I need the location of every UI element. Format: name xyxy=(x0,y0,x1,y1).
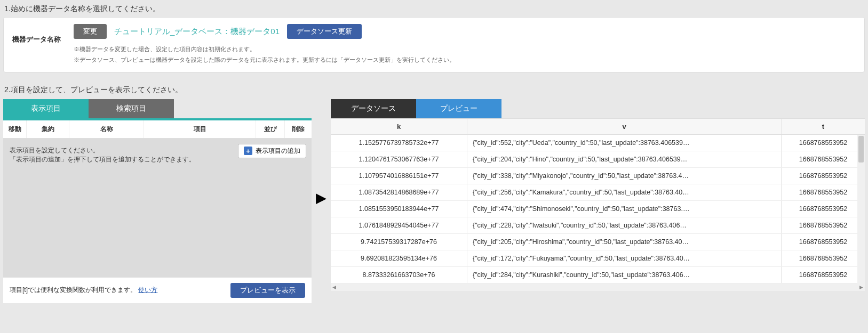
left-footer: 項目[t]では便利な変換関数が利用できます。 使い方 プレビューを表示 xyxy=(3,277,312,303)
col-k: k xyxy=(331,119,467,134)
col-sort: 並び xyxy=(256,120,285,138)
plus-icon: + xyxy=(244,147,252,155)
table-row[interactable]: 9.742157539317287e+76{"city_id":205,"cit… xyxy=(331,234,865,250)
col-item: 項目 xyxy=(144,120,256,138)
cell-k: 9.692081823595134e+76 xyxy=(331,250,467,266)
cell-k: 1.0873542814868689e+77 xyxy=(331,184,467,200)
scroll-right-icon[interactable]: ▶ xyxy=(859,285,863,290)
cell-k: 8.87333261663703e+76 xyxy=(331,267,467,283)
tab-datasource[interactable]: データソース xyxy=(331,99,416,118)
note-line-2: ※データソース、プレビューは機器データを設定した際のデータを元に表示されます。更… xyxy=(74,55,856,66)
cell-v: {"city_id":474,"city":"Shimonoseki","cou… xyxy=(467,201,782,217)
left-panel: 表示項目 検索項目 移動 集約 名称 項目 並び 削除 表示項目を設定してくださ… xyxy=(3,99,312,303)
horizontal-scrollbar[interactable]: ◀ ▶ xyxy=(331,283,865,291)
cell-t: 1668768553952 xyxy=(782,201,865,217)
table-row[interactable]: 1.1079574016886151e+77{"city_id":338,"ci… xyxy=(331,168,865,184)
table-row[interactable]: 1.1525776739785732e+77{"city_id":552,"ci… xyxy=(331,135,865,151)
cell-k: 1.1204761753067763e+77 xyxy=(331,151,467,167)
cell-k: 1.1525776739785732e+77 xyxy=(331,135,467,151)
col-name: 名称 xyxy=(69,120,144,138)
datasource-name: チュートリアル_データベース：機器データ01 xyxy=(114,27,280,37)
table-row[interactable]: 1.1204761753067763e+77{"city_id":204,"ci… xyxy=(331,151,865,168)
cell-t: 1668768553952 xyxy=(782,217,865,233)
cell-t: 1668768553952 xyxy=(782,135,865,151)
step2-title: 2.項目を設定して、プレビューを表示してください。 xyxy=(4,85,865,95)
cell-v: {"city_id":205,"city":"Hiroshima","count… xyxy=(467,234,782,250)
tab-display-items[interactable]: 表示項目 xyxy=(3,99,89,118)
table-row[interactable]: 1.0761848929454045e+77{"city_id":228,"ci… xyxy=(331,217,865,234)
col-move: 移動 xyxy=(3,120,27,138)
data-grid-body: 1.1525776739785732e+77{"city_id":552,"ci… xyxy=(331,135,865,283)
cell-v: {"city_id":204,"city":"Hino","country_id… xyxy=(467,151,782,167)
add-display-item-label: 表示項目の追加 xyxy=(256,147,300,156)
table-row[interactable]: 9.692081823595134e+76{"city_id":172,"cit… xyxy=(331,250,865,267)
cell-v: {"city_id":284,"city":"Kurashiki","count… xyxy=(467,267,782,283)
table-row[interactable]: 1.0851553950183944e+77{"city_id":474,"ci… xyxy=(331,201,865,217)
table-row[interactable]: 1.0873542814868689e+77{"city_id":256,"ci… xyxy=(331,184,865,201)
footer-text: 項目[t]では便利な変換関数が利用できます。 xyxy=(10,286,137,294)
cell-v: {"city_id":256,"city":"Kamakura","countr… xyxy=(467,184,782,200)
col-v: v xyxy=(467,119,782,134)
device-data-label: 機器データ名称 xyxy=(12,24,61,44)
col-del: 削除 xyxy=(285,120,312,138)
cell-k: 1.1079574016886151e+77 xyxy=(331,168,467,184)
tab-preview[interactable]: プレビュー xyxy=(416,99,501,118)
cell-t: 1668768553952 xyxy=(782,250,865,266)
table-row[interactable]: 8.87333261663703e+76{"city_id":284,"city… xyxy=(331,267,865,283)
col-t: t xyxy=(782,119,865,134)
tab-search-items[interactable]: 検索項目 xyxy=(89,99,174,118)
cell-t: 1668768553952 xyxy=(782,234,865,250)
cell-t: 1668768553952 xyxy=(782,184,865,200)
cell-v: {"city_id":338,"city":"Miyakonojo","coun… xyxy=(467,168,782,184)
cell-t: 1668768553952 xyxy=(782,267,865,283)
cell-t: 1668768553952 xyxy=(782,151,865,167)
right-panel: データソース プレビュー k v t 1.1525776739785732e+7… xyxy=(331,99,865,291)
cell-v: {"city_id":552,"city":"Ueda","country_id… xyxy=(467,135,782,151)
cell-v: {"city_id":172,"city":"Fukuyama","countr… xyxy=(467,250,782,266)
device-data-panel: 機器データ名称 変更 チュートリアル_データベース：機器データ01 データソース… xyxy=(3,17,865,72)
cell-k: 9.742157539317287e+76 xyxy=(331,234,467,250)
step1-title: 1.始めに機器データ名称を選択してください。 xyxy=(4,4,865,14)
left-grid-body: 表示項目を設定してください。 「表示項目の追加」を押下して項目を追加することがで… xyxy=(3,139,312,277)
col-agg: 集約 xyxy=(27,120,69,138)
vertical-scrollbar-thumb[interactable] xyxy=(858,136,864,163)
arrow-right-icon: ▶ xyxy=(316,190,327,206)
add-display-item-button[interactable]: + 表示項目の追加 xyxy=(238,144,306,158)
cell-k: 1.0761848929454045e+77 xyxy=(331,217,467,233)
scroll-left-icon[interactable]: ◀ xyxy=(332,285,336,290)
vertical-scrollbar[interactable] xyxy=(857,135,865,283)
usage-link[interactable]: 使い方 xyxy=(138,286,157,294)
change-button[interactable]: 変更 xyxy=(74,24,107,39)
note-line-1: ※機器データを変更した場合、設定した項目内容は初期化されます。 xyxy=(74,44,856,55)
cell-k: 1.0851553950183944e+77 xyxy=(331,201,467,217)
left-grid-header: 移動 集約 名称 項目 並び 削除 xyxy=(3,120,312,139)
data-grid-header: k v t xyxy=(331,118,865,135)
show-preview-button[interactable]: プレビューを表示 xyxy=(230,283,305,298)
update-datasource-button[interactable]: データソース更新 xyxy=(287,24,362,39)
cell-t: 1668768553952 xyxy=(782,168,865,184)
cell-v: {"city_id":228,"city":"Iwatsuki","countr… xyxy=(467,217,782,233)
